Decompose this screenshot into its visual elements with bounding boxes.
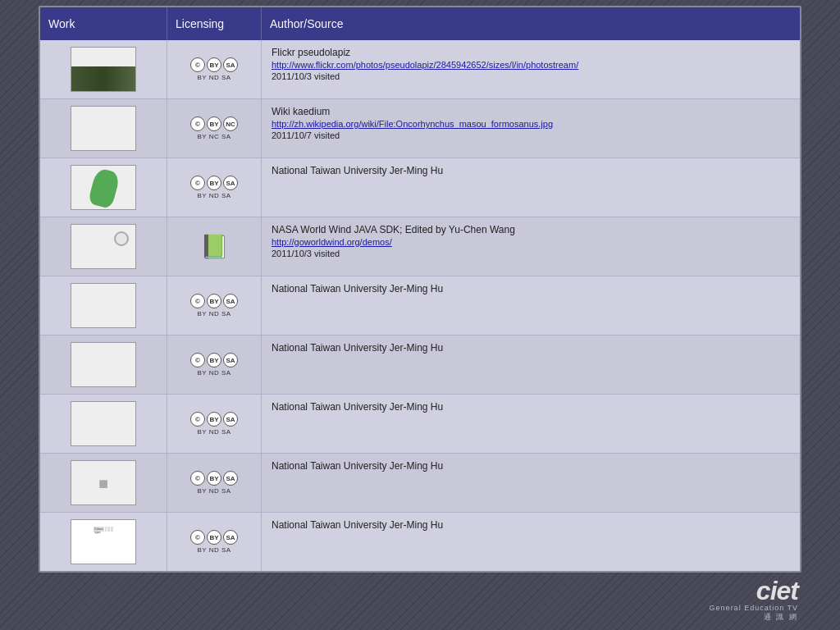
logo-main-text: ciet <box>756 578 798 604</box>
author-date-4: 2011/10/3 visited <box>272 249 340 258</box>
cc-icon: © <box>190 294 205 308</box>
by-icon: BY <box>207 294 221 308</box>
cell-image-8 <box>40 454 167 512</box>
sa-icon: SA <box>223 176 238 190</box>
by-icon: BY <box>207 530 221 545</box>
table-body: © BY SA BY ND SA Flickr pseudolapiz http… <box>40 40 800 571</box>
cell-license-3: © BY SA BY ND SA <box>167 158 262 217</box>
author-name-5: National Taiwan University Jer-Ming Hu <box>272 283 443 294</box>
cc-label: BY ND SA <box>197 192 231 199</box>
table-row: © BY SA BY ND SA National Taiwan Univers… <box>40 158 800 217</box>
cell-author-8: National Taiwan University Jer-Ming Hu <box>262 454 800 512</box>
sa-icon: SA <box>223 294 238 308</box>
table-row: © BY SA BY ND SA Flickr pseudolapiz http… <box>40 40 800 99</box>
author-name-2: Wiki kaedium <box>272 106 330 117</box>
cell-image-9: Column types <box>40 513 167 571</box>
cc-label: BY ND SA <box>197 487 231 495</box>
cell-license-9: © BY SA BY ND SA <box>167 513 262 571</box>
nc-icon: NC <box>223 116 238 131</box>
cell-image-6 <box>40 336 167 394</box>
header-licensing: Licensing <box>167 7 262 40</box>
table-row: © BY SA BY ND SA National Taiwan Univers… <box>40 454 800 513</box>
cell-image-1 <box>40 40 167 98</box>
cell-author-7: National Taiwan University Jer-Ming Hu <box>262 395 800 453</box>
by-icon: BY <box>207 57 221 72</box>
author-name-8: National Taiwan University Jer-Ming Hu <box>272 460 443 472</box>
ciet-logo: ciet General Education TV 通 識 網 <box>710 578 798 623</box>
cell-author-9: National Taiwan University Jer-Ming Hu <box>262 513 800 571</box>
cell-image-7 <box>40 395 167 453</box>
by-icon: BY <box>207 353 221 368</box>
cc-icon: © <box>190 176 205 190</box>
author-link-2[interactable]: http://zh.wikipedia.org/wiki/File:Oncorh… <box>272 119 553 129</box>
cell-image-4 <box>40 217 167 276</box>
sa-icon: SA <box>223 353 238 368</box>
sa-icon: SA <box>223 57 238 72</box>
cell-license-2: © BY NC BY NC SA <box>167 99 262 158</box>
cell-license-6: © BY SA BY ND SA <box>167 336 262 394</box>
by-icon: BY <box>207 176 221 190</box>
cc-label: BY ND SA <box>197 546 231 554</box>
by-icon: BY <box>207 412 221 427</box>
logo-chinese-text: 通 識 網 <box>764 612 798 623</box>
main-container: Work Licensing Author/Source © BY SA <box>39 6 801 573</box>
cell-license-7: © BY SA BY ND SA <box>167 395 262 453</box>
outer-wrapper: Work Licensing Author/Source © BY SA <box>39 6 801 624</box>
header-author: Author/Source <box>262 7 800 40</box>
by-icon: BY <box>207 116 221 131</box>
table-row: © BY SA BY ND SA National Taiwan Univers… <box>40 395 800 454</box>
cc-label: BY NC SA <box>197 133 231 140</box>
cc-icon: © <box>190 412 205 427</box>
cc-icon: © <box>190 353 205 368</box>
cell-license-4: 📗 <box>167 217 262 276</box>
cell-author-6: National Taiwan University Jer-Ming Hu <box>262 336 800 394</box>
cell-author-1: Flickr pseudolapiz http://www.flickr.com… <box>262 40 800 98</box>
book-icon: 📗 <box>200 233 229 260</box>
table-header: Work Licensing Author/Source <box>40 7 800 40</box>
author-name-7: National Taiwan University Jer-Ming Hu <box>272 401 443 413</box>
author-link-4[interactable]: http://goworldwind.org/demos/ <box>272 237 392 247</box>
logo-sub-text: General Education TV <box>710 604 798 612</box>
cell-license-5: © BY SA BY ND SA <box>167 276 262 335</box>
cell-license-1: © BY SA BY ND SA <box>167 40 262 98</box>
table-row: © BY SA BY ND SA National Taiwan Univers… <box>40 276 800 336</box>
author-name-9: National Taiwan University Jer-Ming Hu <box>272 519 443 531</box>
author-name-1: Flickr pseudolapiz <box>272 47 350 58</box>
sa-icon: SA <box>223 471 238 486</box>
footer-area: ciet General Education TV 通 識 網 <box>39 573 801 624</box>
cell-image-2 <box>40 99 167 158</box>
cc-label: BY ND SA <box>197 74 231 81</box>
cell-author-4: NASA World Wind JAVA SDK; Edited by Yu-C… <box>262 217 800 276</box>
table-row: 📗 NASA World Wind JAVA SDK; Edited by Yu… <box>40 217 800 276</box>
author-name-3: National Taiwan University Jer-Ming Hu <box>272 165 443 176</box>
header-work: Work <box>40 7 167 40</box>
table-row: © BY SA BY ND SA National Taiwan Univers… <box>40 336 800 395</box>
cell-author-5: National Taiwan University Jer-Ming Hu <box>262 276 800 335</box>
author-name-4: NASA World Wind JAVA SDK; Edited by Yu-C… <box>272 224 515 235</box>
cc-icon: © <box>190 530 205 545</box>
author-name-6: National Taiwan University Jer-Ming Hu <box>272 342 443 354</box>
sa-icon: SA <box>223 412 238 427</box>
author-date-2: 2011/10/7 visited <box>272 130 340 140</box>
cell-license-8: © BY SA BY ND SA <box>167 454 262 512</box>
cell-author-3: National Taiwan University Jer-Ming Hu <box>262 158 800 217</box>
author-date-1: 2011/10/3 visited <box>272 71 340 81</box>
cc-icon: © <box>190 57 205 72</box>
cell-image-3 <box>40 158 167 217</box>
author-link-1[interactable]: http://www.flickr.com/photos/pseudolapiz… <box>272 60 578 70</box>
sa-icon: SA <box>223 530 238 545</box>
cc-label: BY ND SA <box>197 369 231 377</box>
cc-label: BY ND SA <box>197 428 231 436</box>
cell-image-5 <box>40 276 167 335</box>
cc-label: BY ND SA <box>197 310 231 317</box>
cc-icon: © <box>190 116 205 131</box>
table-row: © BY NC BY NC SA Wiki kaedium http://zh.… <box>40 99 800 158</box>
by-icon: BY <box>207 471 221 486</box>
table-row: Column types <box>40 513 800 571</box>
cc-icon: © <box>190 471 205 486</box>
cell-author-2: Wiki kaedium http://zh.wikipedia.org/wik… <box>262 99 800 158</box>
